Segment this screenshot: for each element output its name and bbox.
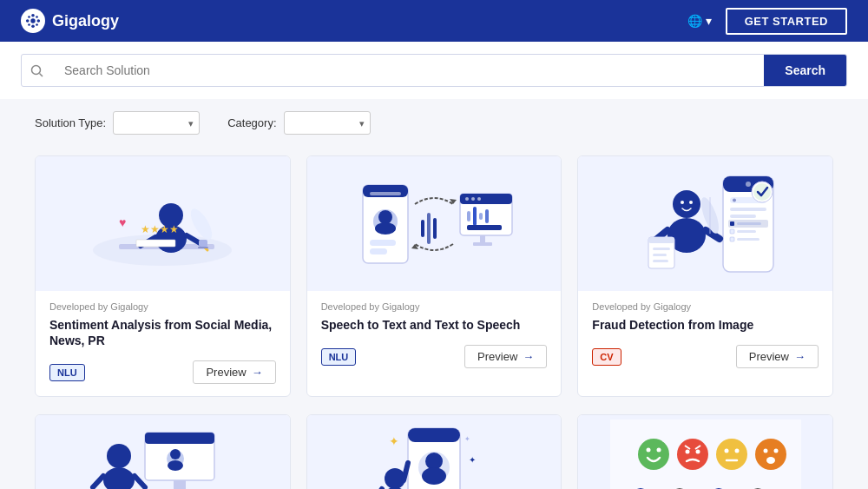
svg-rect-57 bbox=[730, 215, 756, 218]
card-emotion-image bbox=[578, 415, 832, 489]
svg-text:★★★★: ★★★★ bbox=[141, 223, 179, 235]
preview-arrow-icon-3: → bbox=[794, 350, 806, 363]
svg-point-125 bbox=[773, 449, 778, 453]
card-sentiment-tag: NLU bbox=[49, 364, 85, 381]
svg-rect-77 bbox=[653, 260, 668, 262]
speech-illustration bbox=[339, 168, 529, 281]
navbar: Gigalogy 🌐 ▾ GET STARTED bbox=[0, 0, 868, 42]
logo[interactable]: Gigalogy bbox=[21, 9, 119, 33]
svg-rect-46 bbox=[485, 209, 489, 223]
svg-point-113 bbox=[656, 448, 661, 453]
filters: Solution Type: Category: bbox=[0, 99, 868, 147]
svg-point-53 bbox=[746, 182, 751, 187]
solution-type-filter: Solution Type: bbox=[35, 111, 200, 135]
card-sentiment-footer: NLU Preview → bbox=[49, 360, 276, 384]
preview-arrow-icon-2: → bbox=[523, 350, 534, 363]
card-speech: Developed by Gigalogy Speech to Text and… bbox=[306, 155, 562, 397]
preview-label-3: Preview bbox=[749, 350, 789, 363]
svg-point-4 bbox=[37, 19, 41, 23]
card-sentiment-preview[interactable]: Preview → bbox=[193, 360, 275, 384]
card-phone-app-image: ★★★★★ ✦ ✦ ✦ bbox=[307, 415, 562, 489]
solution-type-select[interactable] bbox=[113, 111, 200, 135]
svg-rect-98 bbox=[408, 428, 460, 442]
svg-rect-22 bbox=[199, 240, 207, 247]
card-sentiment-developer: Developed by Gigalogy bbox=[49, 301, 276, 312]
svg-rect-49 bbox=[473, 242, 492, 246]
card-emotion bbox=[577, 414, 833, 489]
emotion-illustration bbox=[610, 420, 801, 489]
card-speech-footer: NLU Preview → bbox=[321, 345, 548, 368]
svg-rect-60 bbox=[730, 237, 734, 241]
card-sentiment-image: ★★★★ ♥ bbox=[36, 156, 290, 291]
svg-rect-62 bbox=[737, 230, 756, 233]
svg-point-1 bbox=[31, 14, 35, 17]
video-illustration: 👍 bbox=[67, 420, 258, 489]
svg-point-8 bbox=[36, 23, 38, 26]
svg-point-41 bbox=[471, 197, 475, 201]
navbar-right: 🌐 ▾ GET STARTED bbox=[687, 8, 847, 35]
svg-rect-32 bbox=[370, 248, 387, 254]
svg-rect-82 bbox=[145, 433, 214, 444]
language-selector[interactable]: 🌐 ▾ bbox=[687, 14, 712, 28]
card-fraud: Developed by Gigalogy Fraud Detection fr… bbox=[577, 155, 833, 397]
card-phone-app: ★★★★★ ✦ ✦ ✦ bbox=[306, 414, 562, 489]
svg-point-116 bbox=[695, 450, 700, 454]
svg-point-124 bbox=[763, 449, 767, 453]
svg-rect-34 bbox=[427, 213, 431, 244]
svg-point-40 bbox=[465, 197, 469, 201]
fraud-illustration bbox=[610, 168, 801, 281]
svg-point-120 bbox=[724, 449, 728, 453]
card-fraud-title: Fraud Detection from Image bbox=[592, 317, 819, 333]
logo-text: Gigalogy bbox=[52, 12, 119, 30]
svg-point-69 bbox=[689, 201, 693, 204]
card-speech-tag: NLU bbox=[321, 348, 357, 366]
sentiment-illustration: ★★★★ ♥ bbox=[67, 168, 258, 281]
globe-icon: 🌐 bbox=[687, 14, 702, 28]
card-fraud-developer: Developed by Gigalogy bbox=[592, 301, 819, 312]
category-select[interactable] bbox=[284, 111, 371, 135]
svg-point-115 bbox=[685, 450, 689, 454]
svg-rect-64 bbox=[728, 220, 768, 228]
search-bar: Search bbox=[21, 54, 847, 87]
svg-point-66 bbox=[753, 183, 771, 201]
card-fraud-image bbox=[578, 156, 832, 291]
preview-arrow-icon: → bbox=[252, 366, 263, 379]
svg-point-88 bbox=[107, 444, 131, 468]
svg-point-42 bbox=[477, 197, 481, 201]
svg-rect-33 bbox=[421, 220, 424, 237]
search-button[interactable]: Search bbox=[764, 55, 846, 86]
svg-rect-75 bbox=[653, 248, 670, 250]
svg-point-0 bbox=[30, 18, 35, 23]
svg-point-111 bbox=[638, 439, 669, 470]
svg-point-123 bbox=[755, 439, 786, 470]
search-icon bbox=[22, 64, 52, 77]
card-speech-image bbox=[307, 156, 562, 291]
card-grid: ★★★★ ♥ Developed by Gigalogy Sentiment A… bbox=[0, 147, 868, 414]
svg-text:♥: ♥ bbox=[119, 215, 126, 229]
svg-rect-18 bbox=[136, 240, 175, 247]
svg-point-68 bbox=[681, 201, 684, 204]
card-fraud-body: Developed by Gigalogy Fraud Detection fr… bbox=[578, 291, 832, 380]
card-sentiment: ★★★★ ♥ Developed by Gigalogy Sentiment A… bbox=[35, 155, 291, 397]
svg-point-3 bbox=[26, 19, 30, 23]
card-fraud-footer: CV Preview → bbox=[592, 345, 819, 368]
card-sentiment-title: Sentiment Analysis from Social Media, Ne… bbox=[49, 317, 276, 348]
svg-rect-59 bbox=[730, 229, 734, 234]
logo-icon bbox=[21, 9, 45, 33]
svg-rect-56 bbox=[730, 208, 766, 211]
svg-point-101 bbox=[422, 467, 446, 485]
svg-point-67 bbox=[673, 190, 700, 218]
card-speech-preview[interactable]: Preview → bbox=[464, 345, 547, 368]
svg-rect-43 bbox=[467, 211, 470, 221]
card-fraud-preview[interactable]: Preview → bbox=[736, 345, 819, 368]
category-filter: Category: bbox=[227, 111, 370, 135]
svg-rect-35 bbox=[433, 218, 437, 239]
search-input[interactable] bbox=[52, 56, 764, 85]
search-section: Search bbox=[0, 42, 868, 99]
svg-point-9 bbox=[32, 65, 41, 74]
svg-rect-83 bbox=[174, 480, 186, 489]
svg-point-7 bbox=[28, 23, 30, 26]
svg-point-5 bbox=[28, 16, 30, 18]
get-started-button[interactable]: GET STARTED bbox=[726, 8, 847, 35]
card-video-image: 👍 bbox=[36, 415, 290, 489]
